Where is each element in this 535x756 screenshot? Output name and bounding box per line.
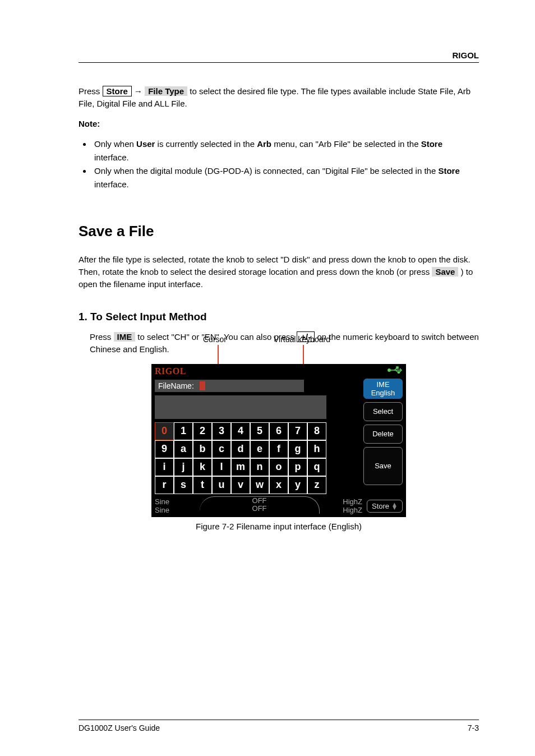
softkey-ime: IME [114,332,136,342]
header-bar: RIGOL [79,50,479,63]
vkey-y[interactable]: y [288,476,307,494]
status-bar: Sine Sine OFF OFF HighZ HighZ Store ▲▼ [151,496,406,518]
svg-point-0 [388,369,390,371]
vkey-3[interactable]: 3 [212,422,231,440]
step-heading-select-input: 1. To Select Input Method [79,311,479,323]
vkey-k[interactable]: k [193,458,212,476]
vkey-m[interactable]: m [231,458,250,476]
filename-input[interactable] [197,380,304,392]
softkey-save-button[interactable]: Save [363,447,403,485]
vkey-o[interactable]: o [269,458,288,476]
vkey-p[interactable]: p [288,458,307,476]
vkey-5[interactable]: 5 [250,422,269,440]
vkey-w[interactable]: w [250,476,269,494]
vkey-g[interactable]: g [288,440,307,458]
svg-rect-3 [396,367,398,368]
callout-label-cursor: Cursor [203,335,227,344]
softkey-file-type: File Type [145,86,187,96]
vkey-s[interactable]: s [174,476,193,494]
status-store-button[interactable]: Store ▲▼ [367,500,403,513]
paragraph-intro: Press Store → File Type to select the de… [79,85,479,110]
callout-label-virtual: Virtual keyboard [274,335,330,344]
section-heading-save-file: Save a File [79,223,479,240]
cursor-icon [200,381,205,390]
vkey-a[interactable]: a [174,440,193,458]
status-left: Sine Sine [155,497,205,514]
kbd-row-2: 9abcdefgh [155,440,326,458]
softkey-ime-button[interactable]: IME English [363,379,403,399]
note-label: Note: [79,118,479,130]
usb-icon [387,366,403,376]
swap-icon: ▲▼ [391,503,398,509]
vkey-x[interactable]: x [269,476,288,494]
footer: DG1000Z User's Guide 7-3 [79,720,479,732]
hardkey-store: Store [103,86,132,96]
footer-right: 7-3 [468,723,479,732]
note-list: Only when User is currently selected in … [89,137,479,191]
vkey-l[interactable]: l [212,458,231,476]
status-right: HighZ HighZ [323,497,362,514]
vkey-z[interactable]: z [307,476,326,494]
vkey-q[interactable]: q [307,458,326,476]
note-item-1: Only when User is currently selected in … [92,137,479,164]
vkey-v[interactable]: v [231,476,250,494]
softkey-save: Save [432,267,458,276]
vkey-h[interactable]: h [307,440,326,458]
kbd-row-3: ijklmnopq [155,458,326,476]
vkey-t[interactable]: t [193,476,212,494]
filename-label: FileName: [155,380,197,392]
paragraph-save-file: After the file type is selected, rotate … [79,253,479,290]
vkey-i[interactable]: i [155,458,174,476]
vkey-d[interactable]: d [231,440,250,458]
footer-left: DG1000Z User's Guide [79,723,160,732]
vkey-8[interactable]: 8 [307,422,326,440]
figure-wrap: Cursor Virtual keyboard RIGOL FileName: … [151,364,406,532]
vkey-1[interactable]: 1 [174,422,193,440]
vkey-j[interactable]: j [174,458,193,476]
device-brand: RIGOL [155,366,186,376]
preview-box [155,395,326,419]
vkey-n[interactable]: n [250,458,269,476]
vkey-f[interactable]: f [269,440,288,458]
vkey-9[interactable]: 9 [155,440,174,458]
arrow-icon: → [134,86,142,96]
softkey-select-button[interactable]: Select [363,402,403,421]
virtual-keyboard: 012345678 9abcdefgh ijklmnopq rstuvwxyz [155,422,326,494]
vkey-r[interactable]: r [155,476,174,494]
softkey-delete-button[interactable]: Delete [363,425,403,444]
svg-point-5 [398,371,399,373]
status-mid: OFF OFF [200,496,320,514]
device-screenshot: RIGOL FileName: 012345678 9abcdefgh ijkl… [151,364,406,518]
vkey-e[interactable]: e [250,440,269,458]
vkey-2[interactable]: 2 [193,422,212,440]
vkey-4[interactable]: 4 [231,422,250,440]
vkey-c[interactable]: c [212,440,231,458]
vkey-b[interactable]: b [193,440,212,458]
softkey-column: IME English Select Delete Save [363,379,403,485]
brand: RIGOL [453,50,479,60]
kbd-row-1: 012345678 [155,422,326,440]
figure-caption: Figure 7-2 Filename input interface (Eng… [151,522,406,531]
titlebar: RIGOL [151,364,406,379]
note-item-2: Only when the digital module (DG-POD-A) … [92,164,479,191]
kbd-row-4: rstuvwxyz [155,476,326,494]
vkey-7[interactable]: 7 [288,422,307,440]
vkey-u[interactable]: u [212,476,231,494]
vkey-0[interactable]: 0 [155,422,174,440]
vkey-6[interactable]: 6 [269,422,288,440]
